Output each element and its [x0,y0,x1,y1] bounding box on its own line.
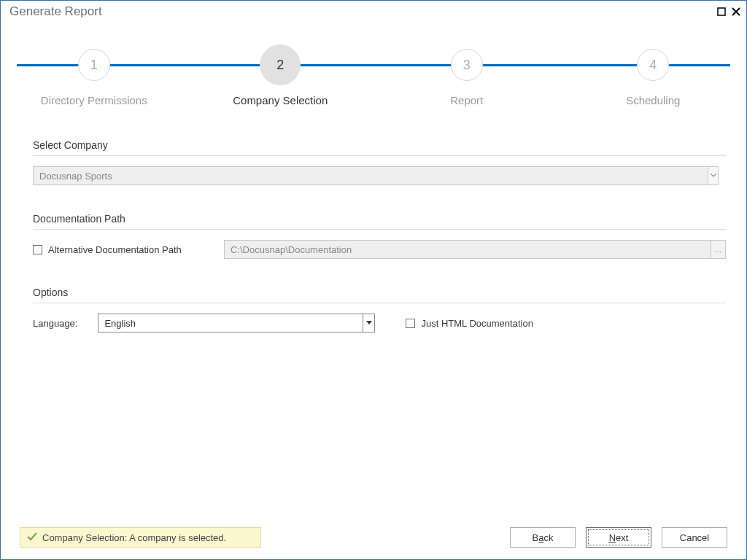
step-label: Report [450,94,483,106]
title-bar: Generate Report [1,1,746,23]
language-value: English [98,318,363,329]
wizard-content: Select Company Docusnap Sports Documenta… [1,123,746,332]
doc-path-input[interactable]: C:\Docusnap\Documentation ... [224,240,726,259]
maximize-icon[interactable] [717,7,726,16]
chevron-down-icon[interactable] [708,167,718,184]
status-text: Company Selection: A company is selected… [42,532,226,543]
svg-rect-0 [718,8,725,15]
step-label: Directory Permissions [41,94,147,106]
alt-doc-path-option[interactable]: Alternative Documentation Path [33,244,224,255]
step-number: 4 [637,49,669,81]
section-divider [33,229,726,230]
window-title: Generate Report [9,4,717,19]
just-html-option[interactable]: Just HTML Documentation [406,318,533,329]
section-divider [33,303,726,303]
wizard-steps: 1 Directory Permissions 2 Company Select… [1,43,746,123]
step-number: 1 [78,49,110,81]
section-divider [33,155,726,156]
step-company-selection[interactable]: 2 Company Selection [187,43,374,106]
alt-doc-path-label: Alternative Documentation Path [48,244,182,255]
svg-marker-3 [366,321,372,324]
close-icon[interactable] [732,7,740,16]
just-html-checkbox[interactable] [406,319,415,328]
check-icon [26,531,42,545]
next-button[interactable]: Next [586,527,651,548]
doc-path-value: C:\Docusnap\Documentation [225,244,711,255]
status-bar: Company Selection: A company is selected… [20,527,261,548]
section-title-documentation-path: Documentation Path [33,213,726,225]
step-number: 3 [451,49,483,81]
wizard-footer: Company Selection: A company is selected… [1,517,746,559]
company-dropdown[interactable]: Docusnap Sports [33,166,719,185]
company-dropdown-value: Docusnap Sports [34,171,708,182]
step-directory-permissions[interactable]: 1 Directory Permissions [1,43,187,106]
section-title-select-company: Select Company [33,139,726,151]
alt-doc-path-checkbox[interactable] [33,245,42,254]
step-report[interactable]: 3 Report [374,43,560,106]
just-html-label: Just HTML Documentation [421,318,533,329]
window-buttons [717,7,740,16]
language-dropdown[interactable]: English [98,314,375,332]
step-number: 2 [260,44,301,85]
back-button[interactable]: Back [510,527,576,548]
browse-button[interactable]: ... [711,241,725,258]
cancel-button[interactable]: Cancel [662,527,727,548]
section-title-options: Options [33,287,726,298]
chevron-down-icon[interactable] [363,314,374,332]
language-label: Language: [33,318,77,329]
step-scheduling[interactable]: 4 Scheduling [560,43,747,106]
step-label: Company Selection [233,94,328,106]
step-label: Scheduling [626,94,680,106]
